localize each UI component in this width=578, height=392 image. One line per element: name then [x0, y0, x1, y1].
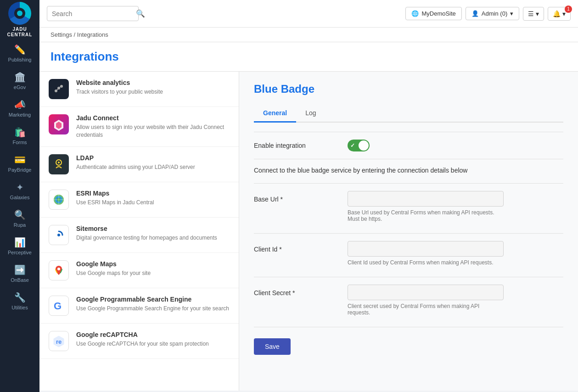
integration-name: Google reCAPTCHA — [76, 331, 209, 338]
list-item[interactable]: G Google Programmable Search Engine Use … — [39, 288, 239, 324]
sidebar-item-marketing[interactable]: 📣 Marketing — [0, 95, 39, 122]
google-maps-icon — [49, 260, 69, 280]
svg-line-3 — [57, 89, 58, 90]
integration-text: Sitemorse Digital governance testing for… — [76, 225, 217, 242]
integration-text: Jadu Connect Allow users to sign into yo… — [76, 114, 230, 139]
divider — [254, 183, 563, 184]
sidebar-item-label: PayBridge — [8, 167, 32, 173]
page-content: Settings / Integrations Integrations — [39, 28, 578, 392]
svg-point-14 — [57, 234, 60, 236]
sidebar-item-label: Perceptive — [8, 250, 32, 255]
sidebar-item-publishing[interactable]: ✏️ Publishing — [0, 39, 39, 67]
sidebar-item-label: Rupa — [14, 222, 26, 228]
divider — [254, 132, 563, 132]
list-item[interactable]: Website analytics Track visitors to your… — [39, 72, 239, 107]
integration-name: Sitemorse — [76, 225, 217, 232]
egov-icon: 🏛️ — [14, 72, 26, 83]
list-item[interactable]: LDAP Authenticate admins using your LDAP… — [39, 147, 239, 182]
recaptcha-icon: re — [49, 331, 69, 351]
list-item[interactable]: re Google reCAPTCHA Use Google reCAPTCHA… — [39, 324, 239, 359]
client-secret-input[interactable] — [348, 285, 504, 300]
menu-button[interactable]: ☰ ▾ — [523, 7, 544, 21]
client-id-hint: Client Id used by Central Forms when mak… — [348, 259, 504, 266]
tab-general[interactable]: General — [254, 105, 296, 123]
integration-description: Digital governance testing for homepages… — [76, 234, 217, 242]
breadcrumb-settings[interactable]: Settings — [51, 31, 72, 38]
integration-text: Google Programmable Search Engine Use Go… — [76, 296, 229, 313]
integration-text: Website analytics Track visitors to your… — [76, 79, 163, 96]
sidebar-item-perceptive[interactable]: 📊 Perceptive — [0, 232, 39, 260]
detail-title: Blue Badge — [254, 83, 563, 95]
integration-description: Authenticate admins using your LDAP/AD s… — [76, 163, 195, 171]
client-secret-label: Client Secret * — [254, 285, 337, 297]
list-item[interactable]: Jadu Connect Allow users to sign into yo… — [39, 107, 239, 147]
sidebar-logo: JADUCENTRAL — [0, 0, 39, 39]
sidebar-item-galaxies[interactable]: ✦ Galaxies — [0, 177, 39, 205]
integration-name: Google Programmable Search Engine — [76, 296, 229, 303]
save-button[interactable]: Save — [254, 338, 291, 355]
integration-description: Use Google Programmable Search Engine fo… — [76, 305, 229, 313]
list-item[interactable]: Sitemorse Digital governance testing for… — [39, 218, 239, 253]
logo-circle — [8, 2, 31, 25]
sidebar: JADUCENTRAL ✏️ Publishing 🏛️ eGov 📣 Mark… — [0, 0, 39, 392]
search-input[interactable] — [52, 10, 132, 17]
integration-text: Google Maps Use Google maps for your sit… — [76, 260, 151, 277]
client-id-row: Client Id * Client Id used by Central Fo… — [254, 241, 563, 266]
marketing-icon: 📣 — [14, 99, 26, 110]
site-button[interactable]: 🌐 MyDemoSite — [405, 7, 461, 20]
list-item[interactable]: ESRI Maps Use ESRI Maps in Jadu Central — [39, 182, 239, 218]
svg-text:re: re — [56, 338, 62, 345]
divider — [254, 277, 563, 277]
integration-name: ESRI Maps — [76, 190, 154, 197]
sidebar-item-label: Utilities — [11, 305, 28, 310]
detail-panel: Blue Badge General Log Enable integratio… — [239, 72, 578, 391]
perceptive-icon: 📊 — [14, 237, 26, 248]
base-url-input[interactable] — [348, 191, 504, 207]
integration-list: Website analytics Track visitors to your… — [39, 72, 239, 391]
client-secret-field: Client secret used by Central Forms when… — [348, 285, 563, 316]
integration-description: Allow users to sign into your website wi… — [76, 123, 230, 139]
forms-icon: 🛍️ — [14, 127, 26, 138]
integration-name: Website analytics — [76, 79, 163, 86]
client-id-input[interactable] — [348, 241, 504, 257]
integration-description: Use Google reCAPTCHA for your site spam … — [76, 340, 209, 348]
ldap-icon — [49, 154, 69, 174]
connect-text: Connect to the blue badge service by ent… — [254, 167, 563, 174]
divider — [254, 233, 563, 234]
enable-toggle[interactable]: ✓ — [348, 140, 370, 151]
breadcrumb: Settings / Integrations — [39, 28, 578, 42]
bell-icon: 🔔 — [553, 10, 561, 17]
site-icon: 🌐 — [411, 10, 419, 17]
sidebar-item-label: OnBase — [11, 277, 29, 283]
admin-label: Admin (0) — [482, 10, 507, 17]
sidebar-item-utilities[interactable]: 🔧 Utilities — [0, 287, 39, 315]
divider — [254, 159, 563, 159]
toggle-check-icon: ✓ — [350, 142, 355, 149]
chevron-down-icon: ▾ — [510, 10, 513, 17]
notifications-button[interactable]: 🔔 1 ▾ — [548, 7, 571, 21]
sidebar-item-label: Galaxies — [10, 195, 30, 200]
paybridge-icon: 💳 — [14, 154, 26, 165]
sidebar-item-onbase[interactable]: ➡️ OnBase — [0, 260, 39, 287]
integration-name: Jadu Connect — [76, 114, 230, 122]
logo-inner — [14, 8, 25, 19]
admin-button[interactable]: 👤 Admin (0) ▾ — [466, 7, 519, 20]
sidebar-item-forms[interactable]: 🛍️ Forms — [0, 122, 39, 150]
enable-label: Enable integration — [254, 142, 337, 149]
tabs: General Log — [254, 105, 563, 123]
integration-description: Use Google maps for your site — [76, 269, 151, 277]
base-url-field: Base Url used by Central Forms when maki… — [348, 191, 563, 222]
esri-icon — [49, 190, 69, 210]
tab-log[interactable]: Log — [296, 105, 325, 123]
search-box[interactable]: 🔍 — [47, 6, 139, 21]
breadcrumb-current: Integrations — [77, 31, 108, 38]
sidebar-item-rupa[interactable]: 🔍 Rupa — [0, 205, 39, 232]
content-area: Website analytics Track visitors to your… — [39, 72, 578, 391]
sidebar-item-egov[interactable]: 🏛️ eGov — [0, 67, 39, 95]
sidebar-item-label: Marketing — [9, 112, 31, 118]
onbase-icon: ➡️ — [14, 264, 26, 275]
list-item[interactable]: Google Maps Use Google maps for your sit… — [39, 253, 239, 288]
sitemorse-icon — [49, 225, 69, 245]
sidebar-item-paybridge[interactable]: 💳 PayBridge — [0, 150, 39, 177]
galaxies-icon: ✦ — [16, 182, 24, 193]
